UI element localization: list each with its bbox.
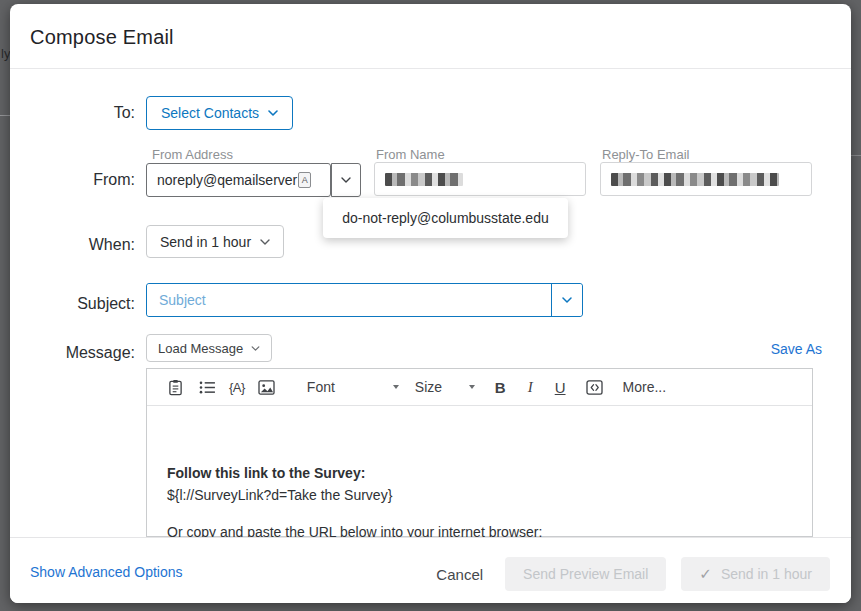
cancel-button[interactable]: Cancel (436, 566, 483, 583)
italic-button[interactable]: I (528, 379, 533, 396)
bullet-list-icon[interactable] (197, 377, 217, 397)
body-line-url-hint: Or copy and paste the URL below into you… (167, 521, 792, 537)
subject-label: Subject: (10, 295, 135, 313)
redacted-reply-to-value (611, 173, 779, 186)
subject-field (146, 283, 583, 317)
chevron-down-icon (251, 346, 260, 351)
background-text-fragment: ly (1, 46, 10, 61)
dropdown-option-label: do-not-reply@columbusstate.edu (342, 210, 548, 226)
subject-dropdown-button[interactable] (552, 284, 582, 316)
save-as-link[interactable]: Save As (771, 341, 822, 357)
to-label: To: (10, 104, 135, 122)
show-advanced-options-link[interactable]: Show Advanced Options (30, 564, 183, 580)
select-contacts-label: Select Contacts (161, 105, 259, 121)
editor-toolbar: {A} Font Size B I U More... (147, 369, 812, 406)
size-select-label: Size (415, 379, 442, 395)
load-message-button[interactable]: Load Message (146, 334, 272, 362)
piped-text-icon: A (298, 172, 311, 188)
from-label: From: (10, 171, 135, 189)
from-name-input[interactable] (374, 162, 586, 196)
send-preview-email-button[interactable]: Send Preview Email (505, 557, 666, 591)
source-code-icon[interactable] (586, 380, 603, 395)
message-body-editor[interactable]: Follow this link to the Survey: ${l://Su… (147, 406, 812, 537)
when-select[interactable]: Send in 1 hour (146, 225, 284, 258)
message-label: Message: (10, 344, 135, 362)
caret-down-icon[interactable] (469, 385, 475, 389)
modal-footer: Show Advanced Options Cancel Send Previe… (10, 537, 851, 603)
chevron-down-icon (260, 239, 270, 245)
modal-title: Compose Email (30, 26, 174, 49)
from-address-dropdown-button[interactable] (331, 163, 361, 197)
piped-text-icon[interactable]: {A} (229, 377, 245, 397)
send-preview-email-label: Send Preview Email (523, 566, 648, 582)
check-icon: ✓ (699, 565, 712, 583)
from-address-value: noreply@qemailserver (157, 172, 297, 188)
size-select[interactable]: Size (415, 379, 455, 395)
from-name-field-label: From Name (376, 147, 445, 162)
when-label: When: (10, 236, 135, 254)
font-select-label: Font (307, 379, 335, 395)
paste-clipboard-icon[interactable] (165, 377, 185, 397)
from-address-field-label: From Address (152, 147, 233, 162)
background-divider (851, 155, 861, 156)
reply-to-email-input[interactable] (600, 162, 812, 196)
from-address-input[interactable]: noreply@qemailserver A (146, 163, 331, 197)
load-message-label: Load Message (158, 341, 243, 356)
reply-to-field-label: Reply-To Email (602, 147, 689, 162)
compose-email-modal: Compose Email To: Select Contacts From A… (10, 4, 851, 603)
dimmed-page-backdrop: ly Compose Email To: Select Contacts Fro… (0, 0, 861, 611)
more-button[interactable]: More... (623, 379, 667, 395)
underline-button[interactable]: U (555, 379, 566, 396)
message-editor: {A} Font Size B I U More... (146, 368, 813, 537)
font-select[interactable]: Font (307, 379, 379, 395)
redacted-from-name-value (385, 173, 463, 186)
background-divider (0, 115, 10, 116)
from-address-dropdown-option[interactable]: do-not-reply@columbusstate.edu (323, 198, 568, 238)
subject-input[interactable] (147, 284, 551, 316)
body-blank-line (167, 506, 792, 521)
send-scheduled-label: Send in 1 hour (721, 566, 812, 582)
select-contacts-button[interactable]: Select Contacts (146, 96, 293, 130)
caret-down-icon[interactable] (393, 385, 399, 389)
bold-button[interactable]: B (495, 379, 506, 396)
insert-image-icon[interactable] (257, 377, 277, 397)
body-line-survey-link: ${l://SurveyLink?d=Take the Survey} (167, 484, 792, 506)
chevron-down-icon (268, 110, 278, 116)
when-value: Send in 1 hour (160, 234, 251, 250)
chevron-down-icon (341, 177, 351, 183)
chevron-down-icon (562, 297, 572, 303)
body-line-bold: Follow this link to the Survey: (167, 462, 792, 484)
send-scheduled-button[interactable]: ✓ Send in 1 hour (681, 557, 830, 591)
footer-actions: Cancel Send Preview Email ✓ Send in 1 ho… (436, 557, 830, 591)
header-divider (10, 68, 851, 69)
